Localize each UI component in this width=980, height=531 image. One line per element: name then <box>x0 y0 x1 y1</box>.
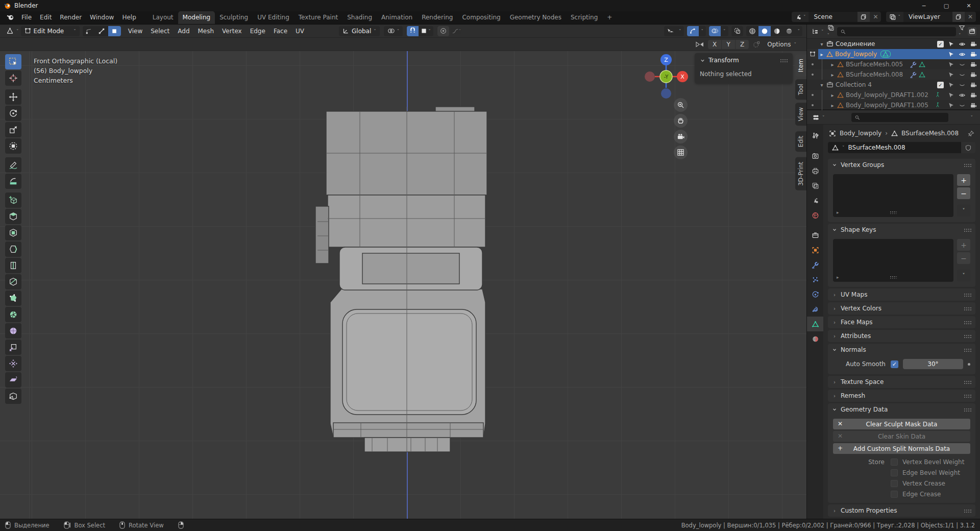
tab-view[interactable]: View <box>795 103 806 126</box>
edge-crease-checkbox[interactable]: Edge Crease <box>891 491 964 498</box>
ptab-tool-icon[interactable] <box>807 129 823 143</box>
navigation-gizmo[interactable]: Z X -Y <box>641 51 692 102</box>
tool-rip-region[interactable] <box>5 389 21 404</box>
tool-rotate[interactable] <box>5 106 21 121</box>
edge-bevel-weight-checkbox[interactable]: Edge Bevel Weight <box>891 469 964 476</box>
add-workspace-button[interactable]: + <box>602 11 617 24</box>
remove-view-layer-icon[interactable]: ✕ <box>965 13 976 20</box>
panel-header[interactable]: ›Texture Space <box>828 376 975 388</box>
outliner-filter-layer-icon[interactable]: ˅ <box>827 25 835 38</box>
gizmos-dropdown[interactable]: ˅ <box>687 26 706 36</box>
add-shape-key-button[interactable]: + <box>957 239 970 251</box>
auto-smooth-checkbox[interactable]: ✓ <box>891 360 898 368</box>
outliner-search-input[interactable] <box>848 28 953 35</box>
tool-inset-faces[interactable] <box>5 225 21 240</box>
clear-sculpt-mask-button[interactable]: ✕Clear Sculpt Mask Data <box>833 419 970 429</box>
breadcrumb-data[interactable]: BSurfaceMesh.008 <box>901 130 959 137</box>
tab-sculpting[interactable]: Sculpting <box>215 11 253 24</box>
tab-3d-print[interactable]: 3D-Print <box>795 157 806 190</box>
auto-smooth-angle-slider[interactable]: 30° <box>903 359 963 369</box>
minimize-button[interactable]: ─ <box>913 0 935 11</box>
panel-header[interactable]: ›Custom Properties <box>828 504 975 517</box>
selectable-icon[interactable] <box>948 102 954 109</box>
menu-mesh[interactable]: Mesh <box>194 26 218 36</box>
vertex-crease-checkbox[interactable]: Vertex Crease <box>891 480 964 487</box>
zoom-button[interactable] <box>674 98 688 112</box>
camera-view-button[interactable] <box>674 130 688 143</box>
render-camera-icon[interactable] <box>970 41 977 47</box>
properties-search-input[interactable] <box>862 114 945 121</box>
tool-shrink-fatten[interactable] <box>5 356 21 371</box>
mirror-z-button[interactable]: Z <box>736 40 749 49</box>
ptab-physics-icon[interactable] <box>807 287 823 302</box>
editor-type-button[interactable]: ˅ <box>4 26 21 36</box>
panel-grip[interactable] <box>780 59 788 62</box>
panel-header[interactable]: ›Attributes <box>828 330 975 342</box>
tab-animation[interactable]: Animation <box>377 11 417 24</box>
properties-editor-type-dropdown[interactable]: ˅ <box>811 112 826 123</box>
shading-solid-button[interactable] <box>758 26 771 36</box>
remove-vertex-group-button[interactable]: − <box>957 187 970 199</box>
menu-uv[interactable]: UV <box>291 26 308 36</box>
blender-menu-icon[interactable] <box>4 14 17 20</box>
eye-closed-icon[interactable] <box>959 61 966 68</box>
remove-shape-key-button[interactable]: − <box>957 252 970 264</box>
proportional-falloff-dropdown[interactable]: ˅ <box>449 26 464 36</box>
tab-compositing[interactable]: Compositing <box>457 11 505 24</box>
outliner-row-bsurfacemesh-008[interactable]: ▸ BSurfaceMesh.008 <box>807 69 980 80</box>
new-view-layer-icon[interactable] <box>952 12 965 22</box>
tool-loop-cut[interactable] <box>5 258 21 273</box>
vertex-group-specials-button[interactable]: ˅ <box>957 205 970 216</box>
view-layer-name[interactable]: ViewLayer <box>903 12 952 22</box>
menu-edit[interactable]: Edit <box>36 12 55 23</box>
render-camera-icon[interactable] <box>970 102 977 109</box>
tool-smooth[interactable] <box>5 323 21 339</box>
tool-move[interactable] <box>5 89 21 105</box>
panel-header[interactable]: ›Face Maps <box>828 316 975 328</box>
panel-header[interactable]: ›UV Maps <box>828 288 975 301</box>
proportional-editing-icon[interactable] <box>437 26 449 36</box>
tab-scripting[interactable]: Scripting <box>566 11 602 24</box>
tool-knife[interactable] <box>5 274 21 289</box>
render-camera-icon[interactable] <box>970 92 977 99</box>
pivot-point-dropdown[interactable]: ˅ <box>384 26 403 36</box>
mirror-y-button[interactable]: Y <box>722 40 735 49</box>
selectable-icon[interactable] <box>948 82 954 88</box>
vertex-select-button[interactable] <box>83 26 95 36</box>
filter-funnel-icon[interactable]: ˅ <box>959 25 965 38</box>
options-dropdown[interactable]: Options˅ <box>764 39 799 50</box>
tool-annotate[interactable] <box>5 157 21 173</box>
outliner-display-mode-dropdown[interactable]: ˅ <box>811 27 825 37</box>
tool-transform[interactable] <box>5 138 21 154</box>
eye-open-icon[interactable] <box>959 41 966 47</box>
tab-tool[interactable]: Tool <box>795 79 806 100</box>
outliner-row-collection[interactable]: ▾ Соединение ✓ <box>807 39 980 49</box>
add-custom-split-normals-button[interactable]: +Add Custom Split Normals Data <box>833 443 970 454</box>
tool-extrude-region[interactable] <box>5 209 21 224</box>
selectable-icon[interactable] <box>948 41 954 47</box>
unlink-scene-icon[interactable]: ✕ <box>870 13 881 20</box>
overlays-dropdown[interactable]: ˅ <box>709 26 728 36</box>
eye-open-icon[interactable] <box>959 92 966 99</box>
selectable-icon[interactable] <box>948 61 954 68</box>
mirror-x-button[interactable]: X <box>708 40 721 49</box>
tab-rendering[interactable]: Rendering <box>417 11 457 24</box>
shading-material-button[interactable] <box>771 26 783 36</box>
transform-panel-title[interactable]: Transform <box>708 57 739 64</box>
menu-select[interactable]: Select <box>146 26 174 36</box>
panel-header[interactable]: Vertex Groups <box>828 159 975 171</box>
panel-header[interactable]: ›Remesh <box>828 390 975 402</box>
datablock-name-field[interactable]: ˅ BSurfaceMesh.008 <box>828 142 961 153</box>
ptab-view-layer-icon[interactable] <box>807 178 823 193</box>
menu-help[interactable]: Help <box>118 12 139 23</box>
face-select-button[interactable] <box>108 26 121 36</box>
tool-shear[interactable] <box>5 372 21 388</box>
ptab-material-icon[interactable] <box>807 331 823 346</box>
vertex-bevel-weight-checkbox[interactable]: Vertex Bevel Weight <box>891 458 964 466</box>
orthographic-toggle-button[interactable] <box>674 146 688 159</box>
tab-uv-editing[interactable]: UV Editing <box>253 11 294 24</box>
tab-texture-paint[interactable]: Texture Paint <box>294 11 342 24</box>
new-collection-button[interactable] <box>968 27 976 36</box>
selectable-icon[interactable] <box>948 51 954 58</box>
eye-open-icon[interactable] <box>959 51 966 58</box>
